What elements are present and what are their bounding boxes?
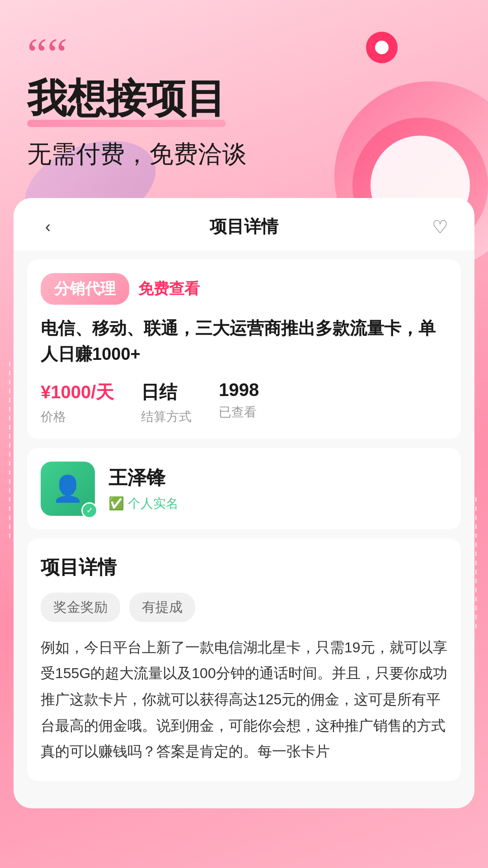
avatar-check-icon: ✓ <box>81 502 98 519</box>
distribution-tag: 分销代理 <box>41 273 129 305</box>
views-label: 已查看 <box>219 404 259 421</box>
bonus-tag: 奖金奖励 <box>41 593 120 622</box>
author-verified-row: ✅ 个人实名 <box>108 495 178 512</box>
stat-settlement: 日结 结算方式 <box>141 380 192 425</box>
commission-tag: 有提成 <box>129 593 195 622</box>
back-arrow-icon: ‹ <box>45 217 51 236</box>
stat-price: ¥1000/天 价格 <box>41 380 114 425</box>
price-label: 价格 <box>41 408 114 425</box>
author-avatar: 👤 ✓ <box>41 462 95 516</box>
verified-check-icon: ✅ <box>108 496 124 511</box>
project-title: 电信、移动、联通，三大运营商推出多款流量卡，单人日赚1000+ <box>41 316 447 367</box>
title-underline <box>27 120 226 127</box>
author-section: 👤 ✓ 王泽锋 ✅ 个人实名 <box>27 448 461 529</box>
notification-icon <box>366 32 398 63</box>
views-value: 1998 <box>219 380 259 400</box>
dotted-line-right <box>475 497 477 633</box>
author-name: 王泽锋 <box>108 465 178 491</box>
details-section: 项目详情 奖金奖励 有提成 例如，今日平台上新了一款电信湖北星卡，只需19元，就… <box>27 538 461 781</box>
tag-row: 分销代理 免费查看 <box>41 273 447 305</box>
main-title: 我想接项目 <box>27 77 461 121</box>
stat-views: 1998 已查看 <box>219 380 259 421</box>
project-stats: ¥1000/天 价格 日结 结算方式 1998 已查看 <box>41 380 447 425</box>
dotted-line-left <box>9 362 10 542</box>
card-navbar: ‹ 项目详情 ♡ <box>14 198 474 250</box>
settlement-label: 结算方式 <box>141 408 192 425</box>
subtitle: 无需付费，免费洽谈 <box>27 138 461 171</box>
free-tag[interactable]: 免费查看 <box>138 278 200 299</box>
favorite-button[interactable]: ♡ <box>427 214 453 240</box>
settlement-value: 日结 <box>141 380 192 405</box>
navbar-title: 项目详情 <box>210 215 278 238</box>
back-button[interactable]: ‹ <box>35 214 61 240</box>
header-area: ““ 我想接项目 无需付费，免费洽谈 <box>0 0 488 189</box>
details-tags-row: 奖金奖励 有提成 <box>41 593 447 622</box>
heart-icon: ♡ <box>432 217 448 237</box>
avatar-person-icon: 👤 <box>52 474 84 504</box>
verified-text: 个人实名 <box>128 495 178 512</box>
main-card: ‹ 项目详情 ♡ 分销代理 免费查看 电信、移动、联通，三大运营商推出多款流量卡… <box>14 198 474 808</box>
details-section-title: 项目详情 <box>41 555 447 580</box>
author-info: 王泽锋 ✅ 个人实名 <box>108 465 178 512</box>
details-content: 例如，今日平台上新了一款电信湖北星卡，只需19元，就可以享受155G的超大流量以… <box>41 635 447 765</box>
project-info-card: 分销代理 免费查看 电信、移动、联通，三大运营商推出多款流量卡，单人日赚1000… <box>27 259 461 439</box>
price-value: ¥1000/天 <box>41 380 114 405</box>
